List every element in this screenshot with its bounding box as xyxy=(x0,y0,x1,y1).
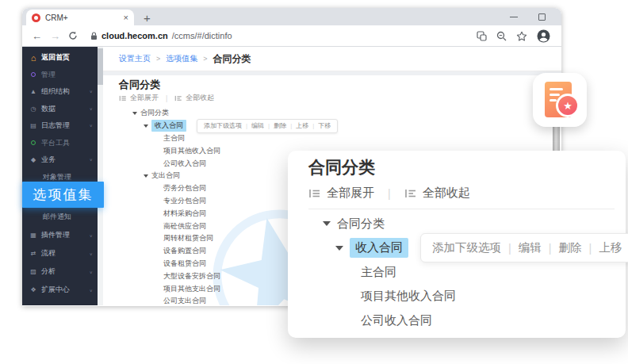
magnified-panel: 合同分类 全部展开 | 全部收起 合同分类 收入合同 添加下级选项 xyxy=(288,151,626,338)
expand-arrow-icon[interactable] xyxy=(144,125,148,128)
sidebar-item-admin[interactable]: 管理 xyxy=(22,67,98,84)
overlay-tree-tools: 全部展开 | 全部收起 xyxy=(308,185,626,201)
expand-arrow-icon[interactable] xyxy=(132,112,137,115)
collapse-all-button[interactable]: 全部收起 xyxy=(423,186,470,201)
tree-node[interactable]: 主合同 xyxy=(308,260,626,285)
node-action-bar: 添加下级选项 | 编辑 | 删除 | 上移 | 下移 xyxy=(197,119,338,133)
delete-button[interactable]: 删除 xyxy=(559,240,582,255)
expand-all-button[interactable]: 全部展开 xyxy=(130,93,159,103)
crm-favicon-icon xyxy=(32,13,40,22)
star-badge-icon: ★ xyxy=(556,94,580,117)
tree-node[interactable]: 项目其他收入合同 xyxy=(308,285,626,309)
sidebar-item-org[interactable]: ▲ 组织结构 ∨ xyxy=(22,83,98,101)
browser-toolbar: ← → cloud.hecom.cn/ccms/#/dictinfo xyxy=(22,25,561,47)
move-down-button[interactable]: 下移 xyxy=(318,121,331,130)
sidebar-item-data[interactable]: ◷ 数据 ∨ xyxy=(22,101,98,118)
chevron-down-icon: ∨ xyxy=(90,270,93,274)
address-bar[interactable]: cloud.hecom.cn/ccms/#/dictinfo xyxy=(90,31,232,40)
sidebar-item-flow[interactable]: ⇄ 流程 ∨ xyxy=(22,244,98,262)
extension-icon: ❖ xyxy=(29,286,37,293)
overlay-title: 合同分类 xyxy=(308,157,626,178)
collapse-all-icon xyxy=(404,187,417,200)
scrollbar-thumb[interactable] xyxy=(98,48,103,85)
avatar-icon[interactable] xyxy=(537,29,550,43)
tab-close-icon[interactable]: × xyxy=(124,13,128,22)
chevron-down-icon: ∨ xyxy=(90,158,93,163)
add-child-option-button[interactable]: 添加下级选项 xyxy=(204,121,242,130)
chevron-down-icon: ∨ xyxy=(90,90,93,94)
move-up-button[interactable]: 上移 xyxy=(296,121,308,130)
chevron-down-icon: ∨ xyxy=(90,251,93,256)
tree-tools: 全部展开 | 全部收起 xyxy=(119,94,561,102)
business-icon: ◆ xyxy=(29,156,37,163)
clock-icon: ◷ xyxy=(29,105,37,113)
breadcrumb: 设置主页 > 选项值集 > 合同分类 xyxy=(103,47,561,71)
selected-tree-node[interactable]: 收入合同 xyxy=(151,120,186,132)
translate-icon[interactable] xyxy=(477,31,487,41)
forward-button[interactable]: → xyxy=(50,31,60,41)
collapse-all-button[interactable]: 全部收起 xyxy=(186,93,214,103)
overlay-category-tree: 合同分类 收入合同 添加下级选项 | 编辑 | 删除 | 上移 | 下移 主合同… xyxy=(308,212,626,333)
reload-icon[interactable] xyxy=(68,31,78,40)
lock-icon xyxy=(90,32,98,40)
collapse-all-icon xyxy=(174,94,182,102)
org-structure-icon: ▲ xyxy=(29,88,37,95)
plugin-icon: ▦ xyxy=(29,232,37,239)
move-up-button[interactable]: 上移 xyxy=(599,240,622,255)
breadcrumb-separator: > xyxy=(156,55,160,63)
expand-all-button[interactable]: 全部展开 xyxy=(327,186,374,201)
tools-separator: | xyxy=(388,187,391,200)
flow-icon: ⇄ xyxy=(29,250,37,257)
sidebar-scrollbar[interactable] xyxy=(98,47,103,305)
maximize-button[interactable] xyxy=(538,13,546,21)
expand-arrow-icon[interactable] xyxy=(144,174,148,178)
tree-node[interactable]: 主合同 xyxy=(119,132,561,145)
tree-node-income[interactable]: 收入合同 添加下级选项 | 编辑 | 删除 | 上移 | 下移 xyxy=(119,120,561,132)
dict-value-set-callout: 选项值集 xyxy=(22,182,104,208)
sidebar-item-plugins[interactable]: ▦ 插件管理 ∨ xyxy=(22,226,98,244)
expand-arrow-icon[interactable] xyxy=(335,246,343,251)
edit-button[interactable]: 编辑 xyxy=(519,240,542,255)
sidebar-item-logs[interactable]: ▤ 日志管理 ∨ xyxy=(22,117,98,135)
chevron-down-icon: ∨ xyxy=(90,288,93,293)
breadcrumb-current: 合同分类 xyxy=(213,52,251,66)
window-controls xyxy=(494,8,561,25)
sidebar-item-business[interactable]: ◆ 业务 ∨ xyxy=(22,151,98,169)
minimize-button[interactable] xyxy=(510,17,518,17)
zoom-icon[interactable] xyxy=(496,31,507,41)
sidebar-item-mail[interactable]: 邮件通知 xyxy=(22,207,98,226)
chevron-down-icon: ∨ xyxy=(90,124,93,128)
breadcrumb-dict[interactable]: 选项值集 xyxy=(166,53,197,64)
sidebar-item-home[interactable]: ⌂ 返回首页 xyxy=(22,49,98,67)
tree-node-root[interactable]: 合同分类 xyxy=(119,107,561,120)
green-dot-icon xyxy=(31,140,36,145)
analysis-icon: ▨ xyxy=(29,268,37,275)
browser-tab[interactable]: CRM+ × xyxy=(26,10,134,25)
tree-node-income[interactable]: 收入合同 添加下级选项 | 编辑 | 删除 | 上移 | 下移 xyxy=(308,236,626,261)
purple-dot-icon xyxy=(31,72,36,77)
tab-title: CRM+ xyxy=(45,13,119,22)
bookmark-star-icon[interactable] xyxy=(516,31,527,41)
selected-tree-node[interactable]: 收入合同 xyxy=(350,238,408,258)
back-button[interactable]: ← xyxy=(32,31,42,41)
tree-node[interactable]: 公司收入合同 xyxy=(308,308,626,333)
sidebar-item-platform-tools[interactable]: 平台工具 xyxy=(22,135,98,152)
breadcrumb-separator: > xyxy=(203,55,207,63)
app-sidebar: ⌂ 返回首页 管理 ▲ 组织结构 ∨ ◷ 数据 ∨ ▤ 日志管理 ∨ xyxy=(22,47,98,305)
tree-node-root[interactable]: 合同分类 xyxy=(308,212,626,236)
url-domain: cloud.hecom.cn xyxy=(101,31,168,40)
expand-arrow-icon[interactable] xyxy=(323,221,331,226)
edit-button[interactable]: 编辑 xyxy=(251,121,264,130)
expand-all-icon xyxy=(308,187,321,200)
sidebar-item-analysis[interactable]: ▨ 分析 ∨ xyxy=(22,262,98,281)
delete-button[interactable]: 删除 xyxy=(274,121,286,130)
page-title: 合同分类 xyxy=(119,79,561,90)
feature-icon-card: ★ xyxy=(533,73,587,127)
tab-bar: CRM+ × + xyxy=(22,8,561,25)
breadcrumb-home[interactable]: 设置主页 xyxy=(119,53,151,64)
new-tab-button[interactable]: + xyxy=(144,12,151,24)
add-child-option-button[interactable]: 添加下级选项 xyxy=(432,240,501,255)
node-action-bar: 添加下级选项 | 编辑 | 删除 | 上移 | 下移 xyxy=(420,233,628,262)
chevron-down-icon: ∨ xyxy=(90,106,93,111)
sidebar-item-extensions[interactable]: ❖ 扩展中心 ∨ xyxy=(22,281,98,299)
